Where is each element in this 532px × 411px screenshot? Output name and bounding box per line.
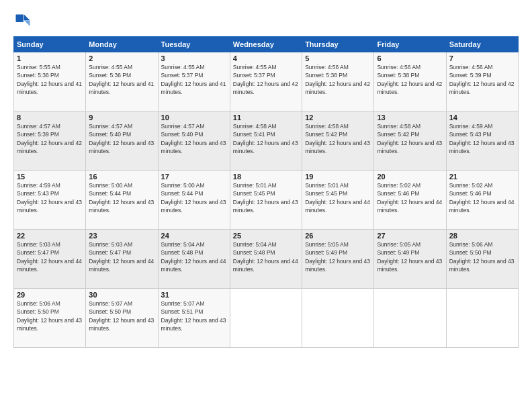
- day-info: Sunrise: 5:02 AMSunset: 5:46 PMDaylight:…: [449, 182, 515, 214]
- day-info: Sunrise: 5:07 AMSunset: 5:51 PMDaylight:…: [161, 300, 226, 332]
- day-cell: 14 Sunrise: 4:59 AMSunset: 5:43 PMDaylig…: [446, 111, 518, 171]
- day-info: Sunrise: 4:55 AMSunset: 5:37 PMDaylight:…: [161, 64, 226, 95]
- day-number: 18: [233, 173, 299, 181]
- day-info: Sunrise: 5:05 AMSunset: 5:49 PMDaylight:…: [377, 241, 442, 273]
- day-cell: [230, 289, 302, 348]
- day-info: Sunrise: 4:58 AMSunset: 5:41 PMDaylight:…: [233, 123, 298, 154]
- day-cell: 16 Sunrise: 5:00 AMSunset: 5:44 PMDaylig…: [86, 171, 158, 230]
- day-cell: 2 Sunrise: 4:55 AMSunset: 5:36 PMDayligh…: [86, 52, 158, 111]
- day-cell: 7 Sunrise: 4:56 AMSunset: 5:39 PMDayligh…: [446, 52, 518, 111]
- logo-icon: [13, 12, 32, 31]
- day-info: Sunrise: 4:59 AMSunset: 5:43 PMDaylight:…: [449, 123, 515, 154]
- day-cell: 31 Sunrise: 5:07 AMSunset: 5:51 PMDaylig…: [158, 289, 230, 348]
- day-header-thursday: Thursday: [302, 37, 374, 52]
- day-cell: 9 Sunrise: 4:57 AMSunset: 5:40 PMDayligh…: [86, 111, 158, 171]
- day-cell: 22 Sunrise: 5:03 AMSunset: 5:47 PMDaylig…: [14, 230, 86, 289]
- week-row-1: 1 Sunrise: 5:55 AMSunset: 5:36 PMDayligh…: [14, 52, 519, 111]
- day-info: Sunrise: 4:58 AMSunset: 5:42 PMDaylight:…: [305, 123, 370, 154]
- day-number: 29: [17, 291, 83, 299]
- day-number: 10: [161, 113, 227, 122]
- day-cell: 29 Sunrise: 5:06 AMSunset: 5:50 PMDaylig…: [14, 289, 86, 348]
- day-cell: 17 Sunrise: 5:00 AMSunset: 5:44 PMDaylig…: [158, 171, 230, 230]
- day-info: Sunrise: 5:07 AMSunset: 5:50 PMDaylight:…: [89, 300, 154, 332]
- day-info: Sunrise: 5:03 AMSunset: 5:47 PMDaylight:…: [17, 241, 82, 273]
- day-number: 24: [161, 232, 227, 240]
- day-cell: 3 Sunrise: 4:55 AMSunset: 5:37 PMDayligh…: [158, 52, 230, 111]
- day-number: 20: [377, 173, 443, 181]
- day-number: 16: [89, 173, 154, 181]
- day-cell: 25 Sunrise: 5:04 AMSunset: 5:48 PMDaylig…: [230, 230, 302, 289]
- week-row-2: 8 Sunrise: 4:57 AMSunset: 5:39 PMDayligh…: [14, 111, 519, 171]
- day-cell: 1 Sunrise: 5:55 AMSunset: 5:36 PMDayligh…: [14, 52, 86, 111]
- day-cell: 26 Sunrise: 5:05 AMSunset: 5:49 PMDaylig…: [302, 230, 374, 289]
- day-number: 14: [449, 113, 515, 122]
- day-number: 8: [17, 113, 83, 122]
- day-info: Sunrise: 4:58 AMSunset: 5:42 PMDaylight:…: [377, 123, 442, 154]
- day-number: 11: [233, 113, 299, 122]
- calendar-table: SundayMondayTuesdayWednesdayThursdayFrid…: [13, 36, 519, 348]
- day-cell: 5 Sunrise: 4:56 AMSunset: 5:38 PMDayligh…: [302, 52, 374, 111]
- day-cell: 19 Sunrise: 5:01 AMSunset: 5:45 PMDaylig…: [302, 171, 374, 230]
- day-info: Sunrise: 5:06 AMSunset: 5:50 PMDaylight:…: [449, 241, 515, 273]
- day-header-wednesday: Wednesday: [230, 37, 302, 52]
- day-number: 12: [305, 113, 371, 122]
- day-header-monday: Monday: [86, 37, 158, 52]
- day-info: Sunrise: 4:56 AMSunset: 5:38 PMDaylight:…: [305, 64, 370, 95]
- day-info: Sunrise: 4:57 AMSunset: 5:40 PMDaylight:…: [161, 123, 226, 154]
- day-number: 23: [89, 232, 154, 240]
- page: SundayMondayTuesdayWednesdayThursdayFrid…: [0, 0, 532, 411]
- day-header-friday: Friday: [374, 37, 446, 52]
- day-info: Sunrise: 5:00 AMSunset: 5:44 PMDaylight:…: [89, 182, 154, 214]
- day-number: 7: [449, 54, 515, 62]
- day-info: Sunrise: 4:56 AMSunset: 5:39 PMDaylight:…: [449, 64, 515, 95]
- day-number: 21: [449, 173, 515, 181]
- day-cell: 24 Sunrise: 5:04 AMSunset: 5:48 PMDaylig…: [158, 230, 230, 289]
- day-number: 4: [233, 54, 299, 62]
- day-info: Sunrise: 5:01 AMSunset: 5:45 PMDaylight:…: [305, 182, 370, 214]
- day-cell: 12 Sunrise: 4:58 AMSunset: 5:42 PMDaylig…: [302, 111, 374, 171]
- day-info: Sunrise: 4:59 AMSunset: 5:43 PMDaylight:…: [17, 182, 82, 214]
- day-number: 27: [377, 232, 443, 240]
- day-number: 6: [377, 54, 443, 62]
- day-number: 13: [377, 113, 443, 122]
- week-row-4: 22 Sunrise: 5:03 AMSunset: 5:47 PMDaylig…: [14, 230, 519, 289]
- day-number: 15: [17, 173, 83, 181]
- day-number: 5: [305, 54, 371, 62]
- day-cell: 4 Sunrise: 4:55 AMSunset: 5:37 PMDayligh…: [230, 52, 302, 111]
- day-number: 22: [17, 232, 83, 240]
- day-info: Sunrise: 5:03 AMSunset: 5:47 PMDaylight:…: [89, 241, 154, 273]
- day-cell: 11 Sunrise: 4:58 AMSunset: 5:41 PMDaylig…: [230, 111, 302, 171]
- day-header-tuesday: Tuesday: [158, 37, 230, 52]
- day-info: Sunrise: 5:55 AMSunset: 5:36 PMDaylight:…: [17, 64, 82, 95]
- logo: [13, 12, 34, 31]
- svg-marker-1: [24, 20, 30, 26]
- week-row-5: 29 Sunrise: 5:06 AMSunset: 5:50 PMDaylig…: [14, 289, 519, 348]
- header: [13, 12, 519, 31]
- day-number: 31: [161, 291, 227, 299]
- day-info: Sunrise: 5:04 AMSunset: 5:48 PMDaylight:…: [233, 241, 298, 273]
- day-cell: 10 Sunrise: 4:57 AMSunset: 5:40 PMDaylig…: [158, 111, 230, 171]
- day-cell: [374, 289, 446, 348]
- day-info: Sunrise: 4:57 AMSunset: 5:39 PMDaylight:…: [17, 123, 82, 154]
- day-number: 17: [161, 173, 227, 181]
- day-cell: 23 Sunrise: 5:03 AMSunset: 5:47 PMDaylig…: [86, 230, 158, 289]
- day-number: 30: [89, 291, 154, 299]
- day-cell: 13 Sunrise: 4:58 AMSunset: 5:42 PMDaylig…: [374, 111, 446, 171]
- day-info: Sunrise: 5:02 AMSunset: 5:46 PMDaylight:…: [377, 182, 442, 214]
- day-cell: 21 Sunrise: 5:02 AMSunset: 5:46 PMDaylig…: [446, 171, 518, 230]
- day-cell: 8 Sunrise: 4:57 AMSunset: 5:39 PMDayligh…: [14, 111, 86, 171]
- day-number: 2: [89, 54, 154, 62]
- day-info: Sunrise: 5:04 AMSunset: 5:48 PMDaylight:…: [161, 241, 226, 273]
- svg-marker-0: [24, 15, 30, 21]
- day-cell: 6 Sunrise: 4:56 AMSunset: 5:38 PMDayligh…: [374, 52, 446, 111]
- day-number: 19: [305, 173, 371, 181]
- day-number: 1: [17, 54, 83, 62]
- day-cell: 15 Sunrise: 4:59 AMSunset: 5:43 PMDaylig…: [14, 171, 86, 230]
- day-number: 28: [449, 232, 515, 240]
- week-row-3: 15 Sunrise: 4:59 AMSunset: 5:43 PMDaylig…: [14, 171, 519, 230]
- day-cell: 20 Sunrise: 5:02 AMSunset: 5:46 PMDaylig…: [374, 171, 446, 230]
- day-cell: [446, 289, 518, 348]
- day-header-saturday: Saturday: [446, 37, 518, 52]
- day-number: 26: [305, 232, 371, 240]
- day-number: 9: [89, 113, 154, 122]
